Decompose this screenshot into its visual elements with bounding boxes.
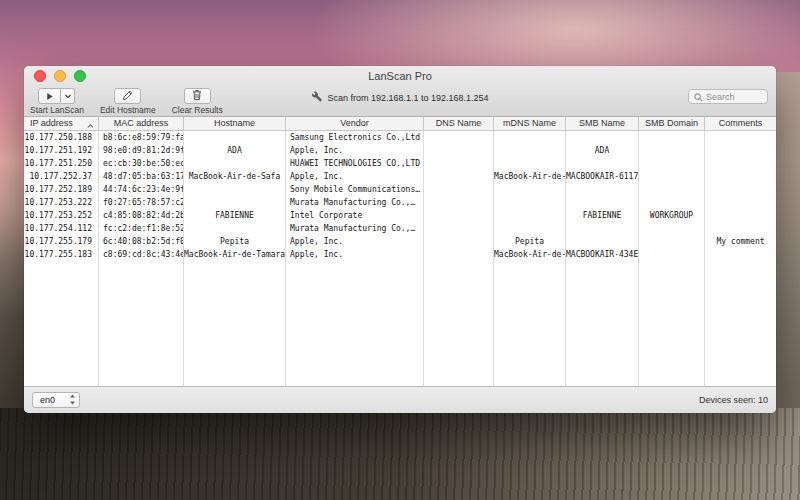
table-row[interactable]: 10.177.251.250ec:cb:30:be:50:ecHUAWEI TE… xyxy=(24,157,776,170)
cell-vendor: Murata Manufacturing Co.,… xyxy=(286,196,424,209)
cell-smb_name xyxy=(566,131,639,144)
column-header-dns[interactable]: DNS Name xyxy=(424,117,494,130)
cell-ip: 10.177.250.188 xyxy=(24,131,99,144)
edit-hostname-button[interactable] xyxy=(114,88,141,104)
wrench-icon xyxy=(311,91,322,104)
start-lanscan-button[interactable] xyxy=(38,88,75,104)
trash-icon xyxy=(192,87,202,105)
cell-comments xyxy=(705,183,776,196)
cell-dns xyxy=(424,170,494,183)
table-row[interactable]: 10.177.253.222f0:27:65:78:57:c2Murata Ma… xyxy=(24,196,776,209)
play-icon[interactable] xyxy=(38,88,61,104)
scan-range-text: Scan from 192.168.1.1 to 192.168.1.254 xyxy=(327,93,488,103)
cell-ip: 10.177.255.179 xyxy=(24,235,99,248)
cell-smb_name xyxy=(566,157,639,170)
table-row[interactable]: 10.177.251.19298:e0:d9:81:2d:9fADAApple,… xyxy=(24,144,776,157)
cell-dns xyxy=(424,196,494,209)
cell-smb_domain xyxy=(639,248,705,261)
cell-mdns: MacBook-Air-de-T… xyxy=(494,248,566,261)
table-row[interactable]: 10.177.255.1796c:40:08:b2:5d:f0PepitaApp… xyxy=(24,235,776,248)
toolbar: Start LanScan Edit Hostname xyxy=(24,86,776,116)
column-header-smb-name[interactable]: SMB Name xyxy=(566,117,639,130)
table-row[interactable]: 10.177.250.188b8:6c:e8:59:79:faSamsung E… xyxy=(24,131,776,144)
column-header-vendor[interactable]: Vendor xyxy=(286,117,424,130)
column-header-smb-domain[interactable]: SMB Domain xyxy=(639,117,705,130)
table-body: 10.177.250.188b8:6c:e8:59:79:faSamsung E… xyxy=(24,131,776,386)
cell-mdns: Pepita xyxy=(494,235,566,248)
table-row[interactable]: 10.177.255.183c8:69:cd:8c:43:4eMacBook-A… xyxy=(24,248,776,261)
cell-dns xyxy=(424,222,494,235)
clear-results-item: Clear Results xyxy=(172,88,223,115)
cell-dns xyxy=(424,209,494,222)
cell-dns xyxy=(424,157,494,170)
cell-dns xyxy=(424,235,494,248)
cell-mac: ec:cb:30:be:50:ec xyxy=(99,157,184,170)
table-row[interactable]: 10.177.252.18944:74:6c:23:4e:9fSony Mobi… xyxy=(24,183,776,196)
search-placeholder: Search xyxy=(706,92,735,102)
cell-smb_name: MACBOOKAIR-434E xyxy=(566,248,639,261)
lanscan-window: LanScan Pro Start LanScan xyxy=(24,66,776,413)
cell-ip: 10.177.253.252 xyxy=(24,209,99,222)
cell-smb_domain xyxy=(639,183,705,196)
cell-ip: 10.177.252.37 xyxy=(24,170,99,183)
column-header-mac[interactable]: MAC address xyxy=(99,117,184,130)
start-lanscan-item: Start LanScan xyxy=(30,88,84,115)
minimize-button[interactable] xyxy=(54,70,66,82)
table-row[interactable]: 10.177.252.3748:d7:05:ba:63:17MacBook-Ai… xyxy=(24,170,776,183)
cell-ip: 10.177.253.222 xyxy=(24,196,99,209)
column-header-mdns[interactable]: mDNS Name xyxy=(494,117,566,130)
cell-vendor: Murata Manufacturing Co.,… xyxy=(286,222,424,235)
cell-smb_name: FABIENNE xyxy=(566,209,639,222)
titlebar[interactable]: LanScan Pro xyxy=(24,66,776,86)
cell-smb_name xyxy=(566,235,639,248)
search-input[interactable]: Search xyxy=(688,89,768,104)
traffic-lights xyxy=(34,70,86,82)
zoom-button[interactable] xyxy=(74,70,86,82)
cell-smb_name: MACBOOKAIR-6117 xyxy=(566,170,639,183)
cell-comments xyxy=(705,196,776,209)
sort-ascending-icon xyxy=(87,120,94,130)
cell-hostname: Pepita xyxy=(184,235,286,248)
cell-comments xyxy=(705,248,776,261)
cell-smb_domain xyxy=(639,235,705,248)
cell-hostname xyxy=(184,157,286,170)
column-header-comments[interactable]: Comments xyxy=(705,117,776,130)
edit-hostname-item: Edit Hostname xyxy=(100,88,156,115)
cell-mdns xyxy=(494,183,566,196)
cell-ip: 10.177.254.112 xyxy=(24,222,99,235)
interface-select[interactable]: en0 xyxy=(32,392,80,408)
column-header-ip[interactable]: IP address xyxy=(24,117,99,130)
cell-mac: f0:27:65:78:57:c2 xyxy=(99,196,184,209)
search-icon xyxy=(694,88,703,106)
window-title: LanScan Pro xyxy=(24,66,776,86)
cell-hostname xyxy=(184,222,286,235)
cell-comments xyxy=(705,144,776,157)
cell-smb_domain xyxy=(639,196,705,209)
table-row[interactable]: 10.177.253.252c4:85:08:82:4d:2bFABIENNEI… xyxy=(24,209,776,222)
cell-comments xyxy=(705,170,776,183)
chevron-down-icon[interactable] xyxy=(61,88,75,104)
cell-comments: My comment xyxy=(705,235,776,248)
cell-mdns xyxy=(494,131,566,144)
cell-mac: c8:69:cd:8c:43:4e xyxy=(99,248,184,261)
edit-hostname-label: Edit Hostname xyxy=(100,105,156,115)
toolbar-left-group: Start LanScan Edit Hostname xyxy=(30,88,223,115)
cell-mac: 6c:40:08:b2:5d:f0 xyxy=(99,235,184,248)
interface-label: en0 xyxy=(40,395,55,405)
cell-mac: c4:85:08:82:4d:2b xyxy=(99,209,184,222)
updown-arrows-icon xyxy=(69,394,76,407)
cell-smb_domain xyxy=(639,170,705,183)
cell-comments xyxy=(705,209,776,222)
cell-hostname xyxy=(184,183,286,196)
cell-mac: 48:d7:05:ba:63:17 xyxy=(99,170,184,183)
cell-dns xyxy=(424,183,494,196)
cell-smb_domain xyxy=(639,157,705,170)
cell-dns xyxy=(424,144,494,157)
close-button[interactable] xyxy=(34,70,46,82)
cell-vendor: HUAWEI TECHNOLOGIES CO.,LTD xyxy=(286,157,424,170)
cell-hostname: MacBook-Air-de-Tamara-2 xyxy=(184,248,286,261)
cell-vendor: Apple, Inc. xyxy=(286,144,424,157)
table-row[interactable]: 10.177.254.112fc:c2:de:f1:8e:52Murata Ma… xyxy=(24,222,776,235)
clear-results-button[interactable] xyxy=(184,88,211,104)
column-header-hostname[interactable]: Hostname xyxy=(184,117,286,130)
